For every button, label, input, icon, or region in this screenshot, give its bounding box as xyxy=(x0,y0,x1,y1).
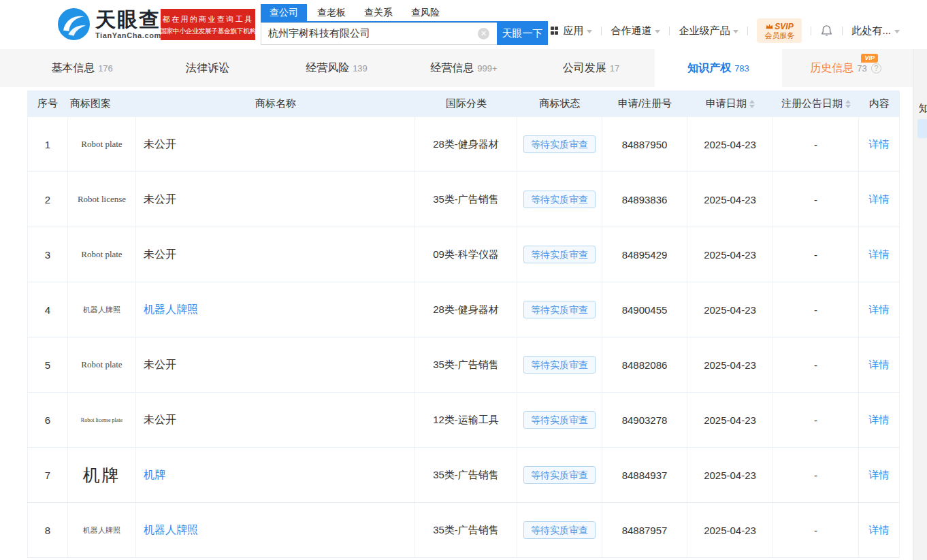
intl-class: 09类-科学仪器 xyxy=(415,227,517,282)
detail-link[interactable]: 详情 xyxy=(869,193,890,206)
help-icon[interactable]: ? xyxy=(871,63,881,73)
trademark-name-cell: 机器人牌照 xyxy=(136,282,415,337)
logo-text-block: 天眼查 TianYanCha.com xyxy=(95,9,161,39)
divider xyxy=(669,27,670,35)
publication-date: - xyxy=(773,117,859,171)
sort-icon[interactable] xyxy=(749,100,755,108)
vip-badge: VIP xyxy=(861,54,878,63)
trademark-name-cell: 未公开 xyxy=(136,337,415,392)
detail-link[interactable]: 详情 xyxy=(869,303,890,316)
nav-apps[interactable]: 应用 xyxy=(551,24,593,37)
trademark-name: 未公开 xyxy=(144,193,176,207)
detail-link[interactable]: 详情 xyxy=(869,248,890,261)
trademark-image-cell: 机牌 xyxy=(68,448,136,502)
nav-partner-channel[interactable]: 合作通道 xyxy=(611,24,660,37)
trademark-image[interactable]: 机器人牌照 xyxy=(83,525,120,536)
detail-cell: 详情 xyxy=(859,393,900,447)
trademark-image-cell: Robot plate xyxy=(68,227,136,282)
section-tab[interactable]: 基本信息 176 xyxy=(18,49,146,87)
detail-link[interactable]: 详情 xyxy=(869,524,890,537)
promo-line1: 都在用的商业查询工具 xyxy=(163,13,254,26)
nav-more[interactable]: 此处有... xyxy=(851,24,900,37)
apply-date: 2025-04-23 xyxy=(687,337,773,392)
column-header-label: 申请/注册号 xyxy=(618,97,672,110)
detail-link[interactable]: 详情 xyxy=(869,469,890,482)
trademark-name[interactable]: 机牌 xyxy=(144,468,165,482)
section-tab-count: 73 xyxy=(857,63,866,73)
search-input[interactable] xyxy=(261,22,497,45)
nav-enterprise-products[interactable]: 企业级产品 xyxy=(679,24,738,37)
trademark-image[interactable]: 机牌 xyxy=(83,464,121,487)
section-tab-label: 知识产权 xyxy=(687,61,731,76)
section-tab[interactable]: 经营风险 139 xyxy=(273,49,400,87)
crown-icon xyxy=(766,23,773,29)
section-tab[interactable]: 公司发展 17 xyxy=(527,49,655,87)
apply-date: 2025-04-23 xyxy=(687,393,773,447)
section-tab[interactable]: 法律诉讼 xyxy=(146,49,273,87)
column-header: 商标图案 xyxy=(68,90,136,117)
detail-link[interactable]: 详情 xyxy=(869,138,890,151)
trademark-image[interactable]: Robot license xyxy=(78,194,126,205)
status-badge: 等待实质审查 xyxy=(523,135,596,153)
row-index: 5 xyxy=(27,337,68,392)
detail-cell: 详情 xyxy=(859,117,900,171)
section-tab[interactable]: 经营信息 999+ xyxy=(400,49,527,87)
brand-domain: TianYanCha.com xyxy=(95,31,161,39)
column-header-label: 商标图案 xyxy=(70,97,111,110)
detail-link[interactable]: 详情 xyxy=(869,359,890,372)
trademark-name[interactable]: 机器人牌照 xyxy=(144,303,198,317)
column-header-label: 序号 xyxy=(37,97,58,110)
detail-link[interactable]: 详情 xyxy=(869,414,890,427)
svip-member-service-badge[interactable]: SVIP 会员服务 xyxy=(757,18,802,43)
apply-date: 2025-04-23 xyxy=(687,503,773,557)
trademark-name[interactable]: 机器人牌照 xyxy=(144,523,198,538)
search-button[interactable]: 天眼一下 xyxy=(497,22,548,45)
promo-banner: 都在用的商业查询工具 国家中小企业发展子基金旗下机构 xyxy=(161,9,255,40)
trademark-name-cell: 未公开 xyxy=(136,227,415,282)
status-cell: 等待实质审查 xyxy=(517,227,602,282)
section-tab[interactable]: 知识产权 783 xyxy=(655,49,782,87)
publication-date: - xyxy=(773,337,859,392)
svip-label: SVIP xyxy=(775,22,793,31)
section-tab[interactable]: VIP 历史信息 73 ? xyxy=(782,49,909,87)
section-tab-label: 基本信息 xyxy=(51,61,95,76)
column-header[interactable]: 申请日期 xyxy=(687,90,773,117)
tianyancha-logo[interactable]: 天眼查 TianYanCha.com xyxy=(57,7,161,41)
svip-sublabel: 会员服务 xyxy=(764,31,794,40)
search-scope-tab[interactable]: 查公司 xyxy=(261,4,307,21)
section-tab-label: 公司发展 xyxy=(563,61,606,76)
trademark-image[interactable]: Robot license plate xyxy=(81,417,123,423)
status-badge: 等待实质审查 xyxy=(523,191,596,208)
table-row: 2 Robot license 未公开 35类-广告销售 等待实质审查 8489… xyxy=(27,172,900,227)
side-anchor-partial[interactable]: 知 xyxy=(919,102,927,115)
intl-class: 12类-运输工具 xyxy=(415,393,517,447)
side-anchor-active-marker[interactable] xyxy=(917,119,927,138)
row-index: 3 xyxy=(27,227,68,282)
publication-date: - xyxy=(773,503,859,557)
detail-cell: 详情 xyxy=(859,503,900,557)
sort-icon[interactable] xyxy=(845,100,851,108)
trademark-image[interactable]: Robot plate xyxy=(81,359,122,370)
trademark-name-cell: 未公开 xyxy=(136,393,415,447)
side-anchor-panel: 知 xyxy=(913,49,927,560)
row-index: 7 xyxy=(27,448,68,502)
column-header[interactable]: 注册公告日期 xyxy=(773,90,859,117)
clear-search-icon[interactable] xyxy=(478,28,489,39)
trademark-image[interactable]: Robot plate xyxy=(81,249,122,260)
trademark-image[interactable]: Robot plate xyxy=(81,139,122,150)
search-scope-tab[interactable]: 查关系 xyxy=(364,7,393,19)
search-scope-tab[interactable]: 查风险 xyxy=(411,7,440,19)
trademark-table-body: 1 Robot plate 未公开 28类-健身器材 等待实质审查 848879… xyxy=(27,117,900,558)
section-tab-label: 经营信息 xyxy=(430,61,474,76)
section-tab-count: 139 xyxy=(353,63,368,73)
notification-bell-icon[interactable] xyxy=(820,24,833,37)
status-badge: 等待实质审查 xyxy=(523,356,596,374)
chevron-down-icon xyxy=(655,30,660,33)
status-cell: 等待实质审查 xyxy=(517,282,602,337)
search-scope-tab[interactable]: 查老板 xyxy=(317,7,346,19)
nav-apps-label: 应用 xyxy=(563,24,583,37)
detail-cell: 详情 xyxy=(859,172,900,227)
registration-number: 84903278 xyxy=(602,393,687,447)
apps-grid-icon xyxy=(551,27,559,35)
trademark-image[interactable]: 机器人牌照 xyxy=(83,305,120,315)
